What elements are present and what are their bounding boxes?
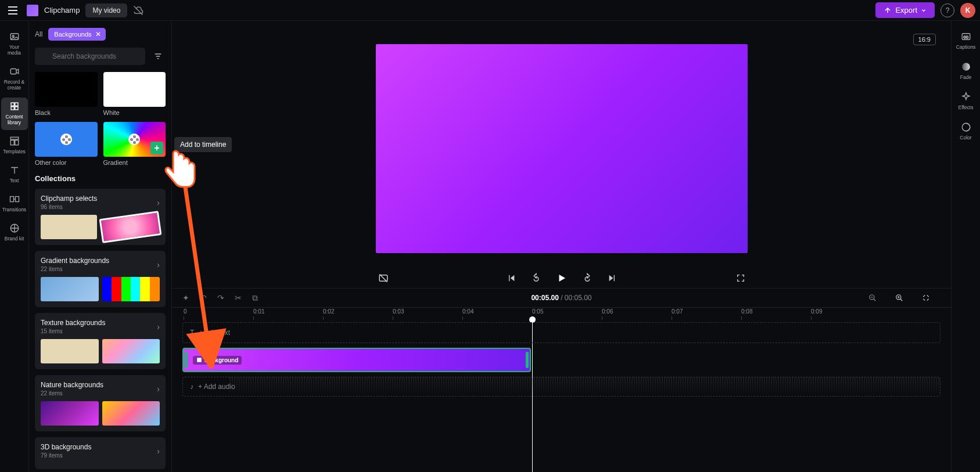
timeline: ✦ ↶ ↷ ✂ ⧉ 00:05.00 / 00:05.00 0 0:01 0:0… [172, 288, 951, 472]
svg-rect-7 [15, 107, 17, 110]
chevron-right-icon: › [157, 260, 160, 269]
waveform-placeholder [229, 377, 940, 396]
sidebar-panel: All Backgrounds ✕ Black White Other colo… [29, 21, 172, 472]
clip-handle-right[interactable] [526, 352, 529, 368]
skip-end-button[interactable] [605, 271, 619, 285]
seek-back-button[interactable] [529, 271, 544, 286]
transport-controls [376, 271, 748, 286]
seek-forward-button[interactable] [580, 271, 595, 286]
chevron-right-icon: › [157, 446, 160, 456]
search-input[interactable] [35, 48, 145, 65]
svg-line-24 [874, 299, 876, 301]
add-audio-track[interactable]: ♪ + Add audio [182, 377, 940, 397]
collection-gradient-backgrounds[interactable]: Gradient backgrounds22 items› [35, 251, 166, 307]
bg-gradient[interactable]: + Gradient [103, 122, 166, 166]
svg-rect-4 [11, 103, 14, 106]
nav-color[interactable]: Color [953, 118, 979, 145]
project-name[interactable]: My video [85, 3, 127, 17]
bg-black[interactable]: Black [35, 72, 98, 116]
nav-fade[interactable]: Fade [953, 58, 979, 85]
svg-line-27 [900, 299, 903, 301]
nav-captions[interactable]: CC Captions [953, 28, 979, 55]
play-button[interactable] [554, 271, 569, 286]
fullscreen-button[interactable] [734, 271, 748, 285]
hide-preview-icon[interactable] [376, 271, 391, 286]
nav-effects[interactable]: Effects [953, 88, 979, 115]
svg-rect-5 [15, 103, 17, 106]
nav-text[interactable]: Text [1, 161, 28, 188]
topbar: Clipchamp My video Export ? K [0, 0, 980, 21]
collection-3d-backgrounds[interactable]: 3D backgrounds79 items› [35, 437, 166, 469]
palette-icon [60, 134, 72, 145]
redo-button[interactable]: ↷ [217, 293, 224, 302]
svg-rect-9 [10, 140, 14, 145]
palette-icon [128, 134, 140, 145]
nav-brand-kit[interactable]: Brand kit [1, 219, 28, 246]
svg-rect-3 [10, 69, 16, 74]
svg-rect-8 [10, 137, 19, 139]
svg-point-19 [962, 63, 970, 71]
timeline-ruler[interactable]: 0 0:01 0:02 0:03 0:04 0:05 0:06 0:07 0:0… [172, 308, 951, 322]
add-text-track[interactable]: T + Add text [182, 322, 940, 343]
video-preview-canvas[interactable] [376, 44, 748, 253]
nav-transitions[interactable]: Transitions [1, 190, 28, 217]
aspect-ratio-button[interactable]: 16:9 [913, 34, 936, 45]
text-icon: T [190, 329, 194, 337]
timeline-time: 00:05.00 / 00:05.00 [531, 294, 591, 302]
music-icon: ♪ [190, 383, 193, 391]
svg-rect-12 [15, 197, 19, 202]
collection-nature-backgrounds[interactable]: Nature backgrounds22 items› [35, 375, 166, 431]
svg-rect-10 [15, 140, 18, 145]
nav-content-library[interactable]: Content library [1, 98, 28, 130]
clip-handle-left[interactable] [185, 352, 188, 368]
zoom-out-button[interactable] [868, 294, 877, 302]
filter-button[interactable] [150, 48, 166, 65]
svg-rect-30 [197, 358, 202, 362]
help-button[interactable]: ? [940, 3, 954, 17]
clipchamp-logo-icon [27, 5, 38, 16]
left-nav-rail: Your media Record & create Content libra… [0, 21, 29, 472]
export-label: Export [895, 6, 917, 15]
svg-rect-11 [10, 197, 13, 202]
cloud-off-icon[interactable] [133, 5, 143, 16]
chevron-right-icon: › [157, 322, 160, 332]
right-nav-rail: CC Captions Fade Effects Color [951, 21, 980, 472]
zoom-in-button[interactable] [895, 294, 903, 302]
app-name: Clipchamp [44, 6, 80, 15]
nav-your-media[interactable]: Your media [1, 28, 28, 60]
undo-button[interactable]: ↶ [200, 293, 207, 302]
preview-area: 16:9 [172, 21, 951, 288]
copy-button[interactable]: ⧉ [252, 293, 258, 303]
export-button[interactable]: Export [875, 2, 935, 18]
magic-tool-icon[interactable]: ✦ [182, 293, 189, 302]
nav-record-create[interactable]: Record & create [1, 63, 28, 95]
svg-text:CC: CC [963, 35, 968, 39]
tooltip: Add to timeline [174, 137, 232, 152]
chevron-right-icon: › [157, 384, 160, 394]
zoom-fit-button[interactable] [922, 294, 930, 302]
timeline-toolbar: ✦ ↶ ↷ ✂ ⧉ 00:05.00 / 00:05.00 [172, 288, 951, 308]
chevron-right-icon: › [157, 198, 160, 207]
avatar[interactable]: K [960, 3, 975, 18]
tab-all[interactable]: All [35, 30, 42, 38]
tab-backgrounds-chip[interactable]: Backgrounds ✕ [48, 28, 105, 41]
skip-start-button[interactable] [504, 271, 518, 285]
svg-point-2 [12, 35, 14, 37]
close-icon[interactable]: ✕ [95, 30, 101, 38]
bg-white[interactable]: White [103, 72, 166, 116]
split-button[interactable]: ✂ [235, 293, 242, 302]
nav-templates[interactable]: Templates [1, 132, 28, 159]
collections-header: Collections [35, 174, 166, 183]
collection-clipchamp-selects[interactable]: Clipchamp selects96 items› [35, 189, 166, 245]
collection-texture-backgrounds[interactable]: Texture backgrounds15 items› [35, 313, 166, 369]
bg-other-color[interactable]: Other color [35, 122, 98, 166]
add-to-timeline-button[interactable]: + [150, 142, 163, 154]
menu-button[interactable] [5, 2, 21, 19]
timeline-clip-background[interactable]: Background [182, 348, 531, 372]
main-area: 16:9 ✦ ↶ ↷ ✂ ⧉ 00:05.00 / 00:05.00 [172, 21, 951, 472]
svg-rect-6 [11, 107, 14, 110]
